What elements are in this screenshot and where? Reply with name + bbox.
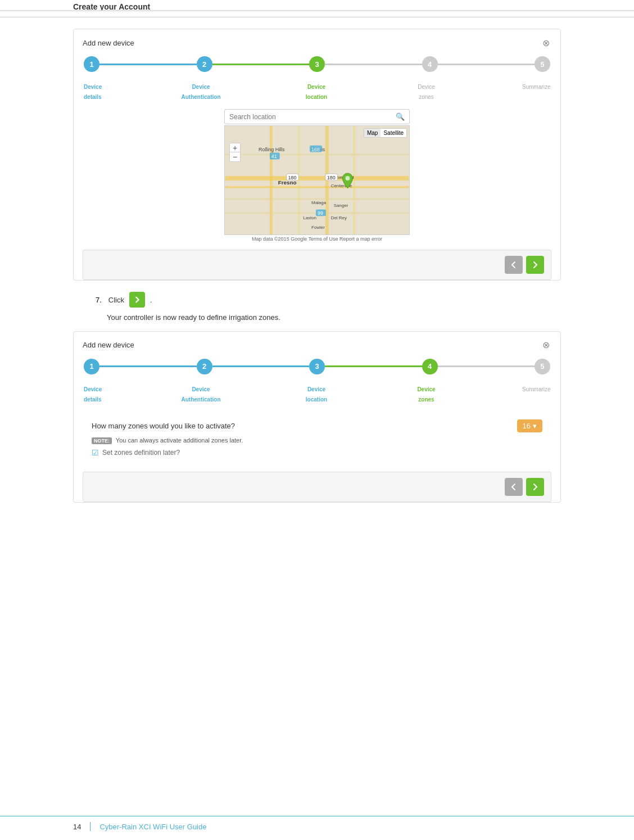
forward-arrow-icon-2 [531,482,540,491]
step-label-4: Devicezones [413,81,441,101]
footer-page-number: 14 [73,823,81,831]
chevron-down-icon: ▾ [533,422,537,430]
step-line-2-3 [212,64,310,65]
device-box-1: Add new device ⊗ 1 2 3 4 5 Devicedetails [73,29,561,281]
step2-label-5: Summarize [522,383,550,404]
step-labels-1: Devicedetails DeviceAuthentication Devic… [83,81,551,101]
back-arrow-icon [509,260,518,269]
svg-text:Fowler: Fowler [311,225,325,230]
step-line-4-5 [438,64,535,65]
step-2-circle: 2 [197,56,212,72]
step-line-1-2 [99,64,197,65]
instruction-step: 7. Click . Your controller is now ready … [96,292,561,323]
page-header: Create your Account [0,0,634,17]
search-icon: 🔍 [396,112,405,121]
zones-content: How many zones would you like to activat… [83,412,551,465]
step-labels-2: Devicedetails DeviceAuthentication Devic… [83,383,551,404]
svg-rect-6 [353,126,355,234]
svg-text:Laston: Laston [303,215,316,220]
step-3-circle: 3 [309,56,325,72]
svg-text:Malaga: Malaga [311,200,327,205]
step2-line-4-5 [438,365,535,367]
note-text: You can always activate additional zones… [116,437,243,444]
step-line-3-4 [325,64,422,65]
forward-arrow-icon [531,260,540,269]
step2-label-3: Devicelocation [302,383,330,404]
svg-rect-2 [225,186,409,188]
device-box-2: Add new device ⊗ 1 2 3 4 5 Devicedetails… [73,331,561,503]
forward-button-2[interactable] [526,478,544,496]
checkbox-label: Set zones definition later? [102,449,180,457]
step2-label-2: DeviceAuthentication [182,383,221,404]
page-footer: 14 Cyber-Rain XCI WiFi User Guide [0,816,634,831]
map-toggle-satellite[interactable]: Satellite [381,129,406,137]
search-bar[interactable]: 🔍 [224,109,410,124]
zoom-in-button[interactable]: + [230,143,240,152]
step2-line-1-2 [99,365,197,367]
zones-checkbox-row: ☑ Set zones definition later? [92,448,542,457]
step-number: 7. [96,296,102,304]
device-box-2-title: Add new device [83,341,134,349]
back-button-1[interactable] [505,256,523,274]
close-button-2[interactable]: ⊗ [540,340,551,351]
step2-1-circle: 1 [84,359,99,374]
svg-text:Del Rey: Del Rey [331,215,347,220]
stepper-2: 1 2 3 4 5 [83,359,551,374]
step-4-circle: 4 [422,56,438,72]
step-5-circle: 5 [535,56,550,72]
map-toggle-map[interactable]: Map [364,129,381,137]
forward-button-1[interactable] [526,256,544,274]
step2-label-4: Devicezones [413,383,441,404]
map-footer-1: Map data ©2015 Google Terms of Use Repor… [224,235,410,243]
svg-text:180: 180 [288,175,297,180]
stepper-1: 1 2 3 4 5 [83,56,551,72]
step-label-3: Devicelocation [302,81,330,101]
step-1-circle: 1 [84,56,99,72]
close-button-1[interactable]: ⊗ [540,37,551,48]
footer-guide-title: Cyber-Rain XCI WiFi User Guide [99,823,206,831]
back-arrow-icon-2 [509,482,518,491]
map-toggle[interactable]: Map Satellite [364,128,407,138]
zoom-out-button[interactable]: − [230,152,240,161]
zones-value: 16 [523,422,531,430]
period-label: . [150,296,152,304]
step2-line-2-3 [212,365,310,367]
map-container-1: 🔍 [224,109,410,243]
zones-note: NOTE: You can always activate additional… [92,437,542,444]
step2-5-circle: 5 [535,359,550,374]
svg-text:180: 180 [327,175,336,180]
svg-text:Sanger: Sanger [334,203,348,208]
click-label: Click [108,296,124,304]
map-zoom-controls: + − [229,143,241,162]
svg-point-31 [345,176,350,180]
svg-rect-1 [225,176,409,180]
step-label-2: DeviceAuthentication [182,81,221,101]
device-box-2-header: Add new device ⊗ [83,340,551,351]
step2-line-3-4 [325,365,422,367]
nav-bar-1 [83,250,551,280]
step2-label-1: Devicedetails [84,383,99,404]
step2-4-circle: 4 [422,359,438,374]
zones-question-text: How many zones would you like to activat… [92,422,235,430]
device-box-1-title: Add new device [83,39,134,47]
svg-text:Rolling Hills: Rolling Hills [259,147,285,152]
svg-rect-3 [270,126,273,234]
zones-question-row: How many zones would you like to activat… [92,419,542,432]
map-view-1[interactable]: Rolling Hills Clovis Fresno Riverbend Ce… [224,125,410,235]
back-button-2[interactable] [505,478,523,496]
device-box-1-header: Add new device ⊗ [83,37,551,48]
map-svg: Rolling Hills Clovis Fresno Riverbend Ce… [225,126,409,234]
svg-rect-7 [225,153,409,155]
step2-2-circle: 2 [197,359,212,374]
forward-icon-inline [129,292,145,308]
step-label-5: Summarize [522,81,550,101]
top-border [0,10,634,11]
main-content: Add new device ⊗ 1 2 3 4 5 Devicedetails [0,17,634,536]
checkbox-icon[interactable]: ☑ [92,448,99,457]
instruction-result-text: Your controller is now ready to define i… [107,312,561,323]
svg-text:99: 99 [318,210,323,216]
svg-text:168: 168 [311,147,320,152]
search-input[interactable] [229,113,396,121]
footer-divider [90,822,90,831]
zones-dropdown[interactable]: 16 ▾ [517,419,542,432]
